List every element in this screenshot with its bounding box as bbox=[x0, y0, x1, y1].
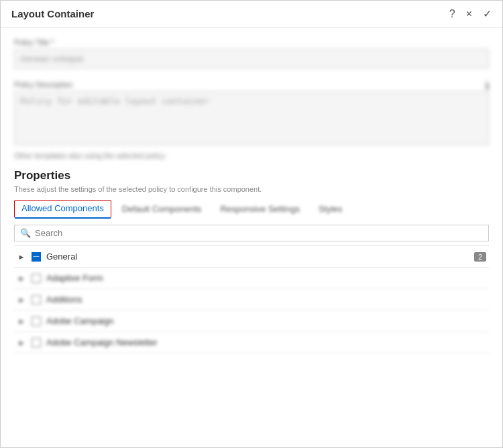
list-item: ► Adobe Campaign bbox=[14, 311, 489, 332]
dialog-title: Layout Container bbox=[11, 8, 94, 19]
list-item: ► Adaptive Form bbox=[14, 268, 489, 289]
tab-responsive-settings[interactable]: Responsive Settings bbox=[220, 200, 308, 218]
chevron-icon[interactable]: ► bbox=[17, 317, 26, 325]
row-checkbox[interactable] bbox=[32, 317, 41, 326]
components-list: ► General 2 ► Adaptive Form ► Additions bbox=[14, 245, 489, 353]
list-item: ► Adobe Campaign Newsletter bbox=[14, 332, 489, 353]
tab-allowed-components[interactable]: Allowed Components bbox=[14, 200, 111, 218]
row-badge: 2 bbox=[474, 252, 486, 262]
chevron-icon[interactable]: ► bbox=[17, 339, 26, 347]
row-checkbox[interactable] bbox=[32, 338, 41, 347]
policy-description-input[interactable]: Policy for editable layout container bbox=[14, 91, 489, 145]
row-label: Adobe Campaign Newsletter bbox=[46, 337, 486, 347]
row-checkbox[interactable] bbox=[32, 274, 41, 283]
search-icon: 🔍 bbox=[20, 228, 31, 238]
policy-description-label: Policy Description bbox=[14, 80, 72, 89]
helper-text: Other templates also using the selected … bbox=[14, 152, 489, 160]
header-icons: ? × ✓ bbox=[449, 7, 492, 20]
list-item: ► Additions bbox=[14, 289, 489, 311]
blurred-fields: Policy Title * Aenean volutpat Policy De… bbox=[14, 38, 489, 160]
tab-default-components[interactable]: Default Components bbox=[122, 200, 210, 218]
chevron-icon[interactable]: ► bbox=[17, 253, 26, 261]
policy-title-input[interactable]: Aenean volutpat bbox=[14, 49, 489, 68]
properties-section: Properties These adjust the settings of … bbox=[14, 169, 489, 353]
dialog-header: Layout Container ? × ✓ bbox=[1, 1, 502, 27]
properties-tabs: Allowed Components Default Components Re… bbox=[14, 200, 489, 218]
layout-container-dialog: Layout Container ? × ✓ Policy Title * Ae… bbox=[0, 0, 503, 448]
dialog-body: Policy Title * Aenean volutpat Policy De… bbox=[1, 27, 502, 447]
list-item: ► General 2 bbox=[14, 246, 489, 268]
description-label-row: Policy Description ℹ bbox=[14, 80, 489, 91]
row-checkbox[interactable] bbox=[32, 295, 41, 304]
policy-title-label: Policy Title * bbox=[14, 38, 489, 46]
info-icon: ℹ bbox=[486, 80, 489, 91]
chevron-icon[interactable]: ► bbox=[17, 296, 26, 304]
chevron-icon[interactable]: ► bbox=[17, 274, 26, 282]
confirm-icon[interactable]: ✓ bbox=[483, 7, 492, 20]
row-label: General bbox=[46, 251, 469, 262]
search-bar[interactable]: 🔍 bbox=[14, 225, 489, 241]
help-icon[interactable]: ? bbox=[449, 8, 455, 20]
row-label: Adaptive Form bbox=[46, 273, 486, 283]
close-icon[interactable]: × bbox=[466, 8, 472, 20]
tab-styles[interactable]: Styles bbox=[319, 200, 350, 218]
row-checkbox[interactable] bbox=[32, 252, 41, 262]
row-label: Adobe Campaign bbox=[46, 316, 486, 326]
search-input[interactable] bbox=[35, 228, 483, 238]
properties-description: These adjust the settings of the selecte… bbox=[14, 185, 489, 193]
properties-title: Properties bbox=[14, 169, 489, 182]
row-label: Additions bbox=[46, 294, 486, 304]
